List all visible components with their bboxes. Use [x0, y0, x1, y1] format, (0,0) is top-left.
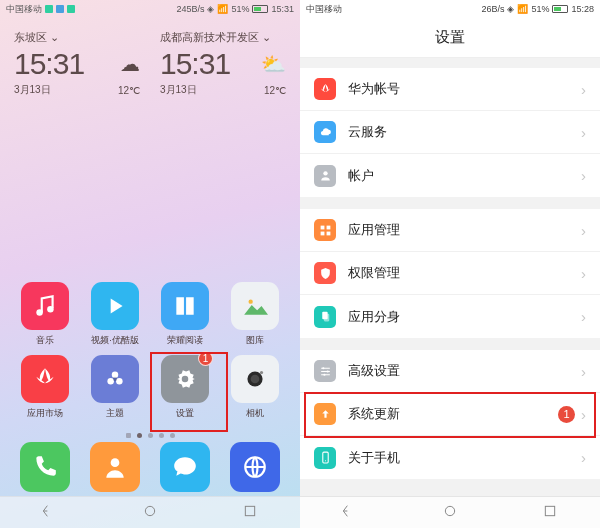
dock-phone[interactable]	[20, 442, 70, 492]
location-pin-icon: ⌄	[262, 31, 271, 44]
settings-item-应用分身[interactable]: 应用分身›	[300, 295, 600, 338]
svg-rect-21	[323, 314, 328, 322]
page-dot[interactable]	[148, 433, 153, 438]
battery-label: 51%	[231, 4, 249, 14]
page-indicator	[0, 433, 300, 438]
item-label: 关于手机	[348, 449, 581, 467]
cloud-sun-icon: ⛅	[261, 52, 286, 76]
status-bar: 中国移动 245B/s ◈ 📶 51% 15:31	[0, 0, 300, 18]
wifi-icon: ◈	[207, 4, 214, 14]
item-label: 系统更新	[348, 405, 558, 423]
item-label: 帐户	[348, 167, 581, 185]
app-设置[interactable]: 1设置	[154, 355, 216, 420]
carrier-label: 中国移动	[6, 3, 42, 16]
app-label: 音乐	[36, 334, 54, 347]
clock-time: 15:31	[14, 47, 84, 81]
svg-point-27	[445, 506, 454, 515]
dock-contacts[interactable]	[90, 442, 140, 492]
svg-rect-28	[545, 506, 554, 515]
back-button[interactable]	[342, 503, 358, 523]
settings-item-帐户[interactable]: 帐户›	[300, 154, 600, 197]
app-图库[interactable]: 图库	[224, 282, 286, 347]
app-视频·优酷版[interactable]: 视频·优酷版	[84, 282, 146, 347]
battery-icon	[252, 5, 268, 13]
settings-item-华为帐号[interactable]: 华为帐号›	[300, 68, 600, 111]
sliders-icon	[314, 360, 336, 382]
network-speed: 245B/s	[176, 4, 204, 14]
chevron-right-icon: ›	[581, 265, 586, 282]
app-主题[interactable]: 主题	[84, 355, 146, 420]
svg-point-24	[323, 373, 325, 375]
app-label: 图库	[246, 334, 264, 347]
status-indicator-icon	[67, 5, 75, 13]
home-button[interactable]	[442, 503, 458, 523]
svg-point-7	[182, 376, 189, 383]
svg-rect-17	[326, 225, 330, 229]
info-icon	[314, 447, 336, 469]
home-button[interactable]	[142, 503, 158, 523]
cloud-icon: ☁	[120, 52, 140, 76]
item-label: 应用分身	[348, 308, 581, 326]
huawei-icon	[21, 355, 69, 403]
svg-point-0	[36, 309, 43, 316]
settings-item-高级设置[interactable]: 高级设置›	[300, 350, 600, 393]
shield-icon	[314, 262, 336, 284]
app-label: 视频·优酷版	[91, 334, 139, 347]
svg-point-23	[326, 370, 328, 372]
svg-point-9	[251, 375, 260, 384]
svg-rect-19	[326, 231, 330, 235]
item-label: 华为帐号	[348, 80, 581, 98]
location-label: 成都高新技术开发区	[160, 30, 259, 45]
app-相机[interactable]: 相机	[224, 355, 286, 420]
settings-item-系统更新[interactable]: 系统更新1›	[300, 393, 600, 436]
page-title: 设置	[300, 18, 600, 58]
svg-point-2	[249, 300, 253, 304]
gallery-icon	[231, 282, 279, 330]
dock-browser[interactable]	[230, 442, 280, 492]
nav-bar	[300, 496, 600, 528]
app-音乐[interactable]: 音乐	[14, 282, 76, 347]
app-label: 应用市场	[27, 407, 63, 420]
camera-icon	[231, 355, 279, 403]
svg-point-15	[323, 171, 327, 175]
chevron-right-icon: ›	[581, 449, 586, 466]
huawei-icon	[314, 78, 336, 100]
chevron-right-icon: ›	[581, 167, 586, 184]
gear-icon: 1	[161, 355, 209, 403]
page-dot[interactable]	[170, 433, 175, 438]
chevron-right-icon: ›	[581, 406, 586, 423]
item-label: 高级设置	[348, 362, 581, 380]
page-dot-home[interactable]	[126, 433, 131, 438]
clock-time: 15:31	[160, 47, 230, 81]
back-button[interactable]	[42, 503, 58, 523]
arrowup-icon	[314, 403, 336, 425]
chevron-right-icon: ›	[581, 81, 586, 98]
recent-button[interactable]	[242, 503, 258, 523]
app-应用市场[interactable]: 应用市场	[14, 355, 76, 420]
settings-item-权限管理[interactable]: 权限管理›	[300, 252, 600, 295]
app-荣耀阅读[interactable]: 荣耀阅读	[154, 282, 216, 347]
svg-point-1	[47, 306, 53, 313]
chevron-right-icon: ›	[581, 363, 586, 380]
dock-messages[interactable]	[160, 442, 210, 492]
recent-button[interactable]	[542, 503, 558, 523]
chevron-right-icon: ›	[581, 124, 586, 141]
status-indicator-icon	[56, 5, 64, 13]
item-label: 应用管理	[348, 221, 581, 239]
page-dot[interactable]	[137, 433, 142, 438]
item-label: 权限管理	[348, 264, 581, 282]
weather-widget[interactable]: 东坡区⌄ 15:31 ☁ 3月13日 12℃	[4, 26, 150, 101]
network-speed: 26B/s	[481, 4, 504, 14]
date-label: 3月13日	[14, 83, 51, 97]
settings-item-应用管理[interactable]: 应用管理›	[300, 209, 600, 252]
carrier-label: 中国移动	[306, 3, 342, 16]
settings-item-云服务[interactable]: 云服务›	[300, 111, 600, 154]
weather-widget[interactable]: 成都高新技术开发区⌄ 15:31 ⛅ 3月13日 12℃	[150, 26, 296, 101]
app-label: 主题	[106, 407, 124, 420]
status-indicator-icon	[45, 5, 53, 13]
page-dot[interactable]	[159, 433, 164, 438]
status-bar: 中国移动 26B/s ◈ 📶 51% 15:28	[300, 0, 600, 18]
settings-item-关于手机[interactable]: 关于手机›	[300, 436, 600, 479]
clone-icon	[314, 306, 336, 328]
book-icon	[161, 282, 209, 330]
